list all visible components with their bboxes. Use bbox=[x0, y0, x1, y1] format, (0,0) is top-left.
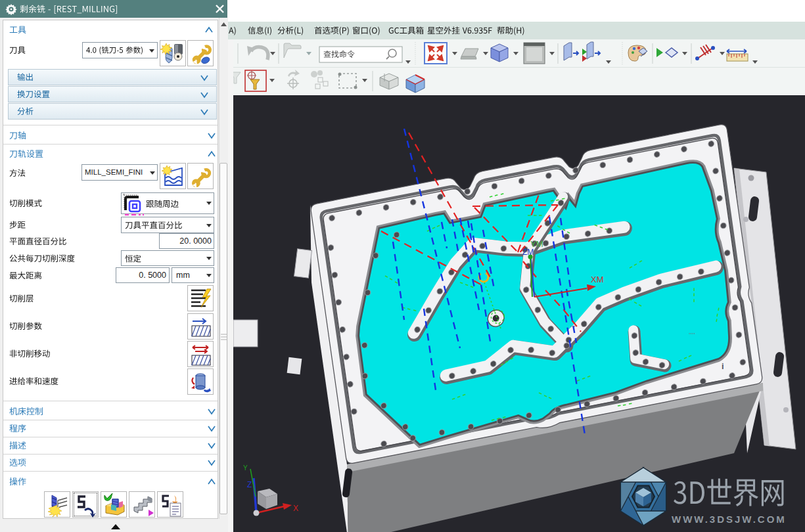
svg-text:WWW.3DSJW.COM: WWW.3DSJW.COM bbox=[672, 514, 787, 525]
svg-text:Z: Z bbox=[247, 480, 252, 489]
svg-text:XM: XM bbox=[591, 275, 604, 284]
svg-text:,,,: ,,, bbox=[570, 321, 576, 328]
svg-text:Y: Y bbox=[243, 464, 248, 472]
svg-text:,,,,: ,,,, bbox=[689, 328, 695, 335]
svg-text:ZM: ZM bbox=[522, 248, 534, 257]
svg-text:i: i bbox=[722, 361, 724, 371]
svg-text:X: X bbox=[293, 504, 298, 513]
